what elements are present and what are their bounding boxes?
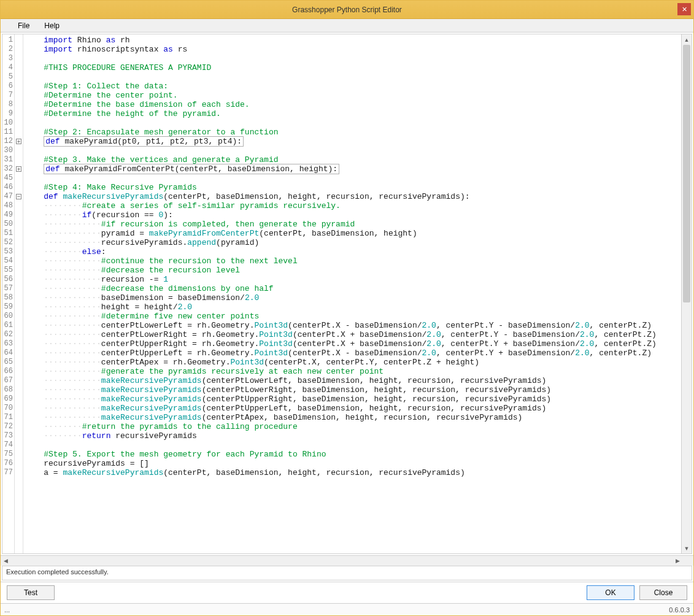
menu-help[interactable]: Help bbox=[38, 20, 66, 31]
scroll-up-icon[interactable]: ▲ bbox=[682, 34, 692, 45]
vertical-scrollbar[interactable]: ▲ ▼ bbox=[681, 34, 692, 553]
code-line[interactable]: def makeRecursivePyramids(centerPt, base… bbox=[25, 192, 681, 201]
code-line[interactable]: ············recursivePyramids.append(pyr… bbox=[25, 238, 681, 247]
code-line[interactable]: import Rhino as rh bbox=[25, 36, 681, 45]
code-line[interactable]: ············centerPtUpperLeft = rh.Geome… bbox=[25, 348, 681, 358]
code-line[interactable]: #Determine the height of the pyramid. bbox=[25, 109, 681, 118]
code-line[interactable]: ············#decrease the recursion leve… bbox=[25, 266, 681, 275]
code-line[interactable]: ············height = height/2.0 bbox=[25, 302, 681, 312]
line-number: 54 bbox=[2, 256, 14, 266]
fold-expand-icon[interactable]: + bbox=[16, 166, 21, 172]
code-line[interactable]: ············baseDimension = baseDimensio… bbox=[25, 293, 681, 302]
scroll-left-icon[interactable]: ◀ bbox=[1, 556, 11, 566]
code-line[interactable]: ············centerPtApex = rh.Geometry.P… bbox=[25, 358, 681, 367]
code-line[interactable]: #Step 4: Make Recursive Pyramids bbox=[25, 183, 681, 192]
code-line[interactable]: a = makeRecursivePyramids(centerPt, base… bbox=[25, 468, 681, 477]
code-line[interactable]: ············#decrease the dimensions by … bbox=[25, 284, 681, 293]
fold-cell bbox=[15, 330, 23, 339]
line-number: 50 bbox=[2, 220, 14, 229]
code-line[interactable]: ········return recursivePyramids bbox=[25, 431, 681, 441]
code-line[interactable]: ········#create a series of self-similar… bbox=[25, 201, 681, 210]
code-line[interactable]: #Step 2: Encapsulate mesh generator to a… bbox=[25, 128, 681, 137]
code-line[interactable]: ········else: bbox=[25, 247, 681, 256]
hscroll-track[interactable] bbox=[11, 556, 673, 566]
code-line[interactable]: #Determine the base dimension of each si… bbox=[25, 100, 681, 109]
code-line[interactable]: ············makeRecursivePyramids(center… bbox=[25, 385, 681, 395]
fold-expand-icon[interactable]: + bbox=[16, 139, 21, 144]
fold-cell bbox=[15, 210, 23, 220]
code-line[interactable]: ············centerPtUpperRight = rh.Geom… bbox=[25, 339, 681, 348]
code-line[interactable]: #Step 3. Make the vertices and generate … bbox=[25, 155, 681, 164]
line-number: 70 bbox=[2, 404, 14, 413]
code-line[interactable]: ············pyramid = makePyramidFromCen… bbox=[25, 229, 681, 238]
code-line[interactable]: #Determine the center point. bbox=[25, 91, 681, 100]
fold-cell bbox=[15, 376, 23, 385]
editor-area: 1234567891011123031324546474849505152535… bbox=[1, 33, 693, 582]
code-line[interactable]: ············centerPtLowerLeft = rh.Geome… bbox=[25, 321, 681, 330]
code-line[interactable]: ············#determine five new center p… bbox=[25, 312, 681, 321]
code-line[interactable]: recursivePyramids = [] bbox=[25, 459, 681, 468]
fold-collapse-icon[interactable]: − bbox=[16, 194, 21, 199]
code-line[interactable] bbox=[25, 72, 681, 82]
ok-button[interactable]: OK bbox=[587, 585, 634, 600]
code-line[interactable]: ············#generate the pyramids recur… bbox=[25, 367, 681, 376]
fold-cell bbox=[15, 312, 23, 321]
menu-file[interactable]: File bbox=[12, 20, 36, 31]
folded-code[interactable]: def makePyramidFromCenterPt(centerPt, ba… bbox=[44, 164, 339, 174]
horizontal-scrollbar[interactable]: ◀ ▶ bbox=[1, 555, 693, 566]
code-line[interactable]: #Step 5. Export the mesh geometry for ea… bbox=[25, 450, 681, 459]
code-line[interactable]: ············makeRecursivePyramids(center… bbox=[25, 395, 681, 404]
code-line[interactable]: import rhinoscriptsyntax as rs bbox=[25, 45, 681, 54]
code-line[interactable]: #Step 1: Collect the data: bbox=[25, 82, 681, 91]
fold-column: ++− bbox=[15, 34, 23, 553]
line-number: 62 bbox=[2, 330, 14, 339]
code-line[interactable]: ············makeRecursivePyramids(center… bbox=[25, 413, 681, 422]
code-line[interactable]: ········if(recursion == 0): bbox=[25, 210, 681, 220]
line-number: 30 bbox=[2, 146, 14, 155]
code-line[interactable]: ········#return the pyramids to the call… bbox=[25, 422, 681, 431]
close-icon[interactable]: ✕ bbox=[677, 3, 691, 15]
code-line[interactable]: def makePyramidFromCenterPt(centerPt, ba… bbox=[25, 164, 681, 174]
code-line[interactable]: #THIS PROCEDURE GENERATES A PYRAMID bbox=[25, 63, 681, 72]
titlebar[interactable]: Grasshopper Python Script Editor ✕ bbox=[1, 1, 693, 19]
code-line[interactable]: ············#if recursion is completed, … bbox=[25, 220, 681, 229]
close-button[interactable]: Close bbox=[639, 585, 687, 600]
code-line[interactable] bbox=[25, 174, 681, 183]
test-button[interactable]: Test bbox=[7, 585, 55, 600]
code-line[interactable] bbox=[25, 146, 681, 155]
code-line[interactable]: ············makeRecursivePyramids(center… bbox=[25, 404, 681, 413]
code-line[interactable] bbox=[25, 54, 681, 63]
fold-cell bbox=[15, 431, 23, 441]
button-row: Test OK Close bbox=[1, 582, 693, 603]
line-number: 74 bbox=[2, 441, 14, 450]
statusbar: ... 0.6.0.3 bbox=[1, 603, 693, 615]
fold-cell bbox=[15, 220, 23, 229]
line-number: 64 bbox=[2, 348, 14, 358]
line-number: 51 bbox=[2, 229, 14, 238]
fold-cell: − bbox=[15, 192, 23, 201]
line-number: 55 bbox=[2, 266, 14, 275]
fold-cell bbox=[15, 201, 23, 210]
fold-cell bbox=[15, 450, 23, 459]
code-line[interactable] bbox=[25, 118, 681, 128]
fold-cell bbox=[15, 238, 23, 247]
fold-cell bbox=[15, 459, 23, 468]
fold-cell: + bbox=[15, 137, 23, 146]
code-line[interactable]: ············#continue the recursion to t… bbox=[25, 256, 681, 266]
scroll-thumb[interactable] bbox=[683, 45, 690, 302]
code-line[interactable] bbox=[25, 441, 681, 450]
line-number: 10 bbox=[2, 118, 14, 128]
code-line[interactable]: def makePyramid(pt0, pt1, pt2, pt3, pt4)… bbox=[25, 137, 681, 146]
line-number: 9 bbox=[2, 109, 14, 118]
code-line[interactable]: ············centerPtLowerRight = rh.Geom… bbox=[25, 330, 681, 339]
folded-code[interactable]: def makePyramid(pt0, pt1, pt2, pt3, pt4)… bbox=[44, 136, 244, 147]
fold-cell bbox=[15, 82, 23, 91]
code-pane[interactable]: import Rhino as rh import rhinoscriptsyn… bbox=[23, 34, 681, 553]
line-number: 66 bbox=[2, 367, 14, 376]
fold-cell bbox=[15, 321, 23, 330]
code-line[interactable]: ············recursion -= 1 bbox=[25, 275, 681, 284]
scroll-down-icon[interactable]: ▼ bbox=[682, 543, 692, 553]
scroll-right-icon[interactable]: ▶ bbox=[673, 556, 683, 566]
fold-cell bbox=[15, 229, 23, 238]
code-line[interactable]: ············makeRecursivePyramids(center… bbox=[25, 376, 681, 385]
